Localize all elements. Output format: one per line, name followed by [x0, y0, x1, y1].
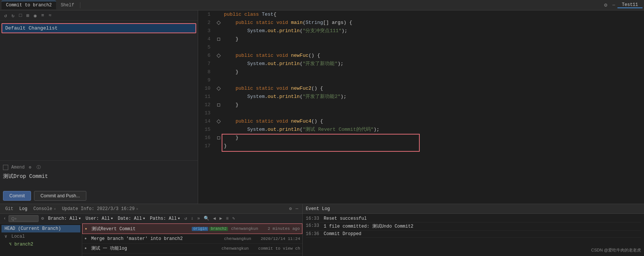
commit-message-area: Amend ⚙ ⓘ 测试Drop Commit Commit Commit an… — [0, 160, 198, 204]
log-search-input[interactable] — [9, 215, 38, 222]
tab-git[interactable]: Git — [3, 206, 16, 212]
tab-log[interactable]: Log — [17, 206, 30, 212]
code-editor: 1 2 3 4 5 6 7 8 9 10 11 12 13 14 15 16 1… — [198, 10, 644, 204]
commit-button[interactable]: Commit — [3, 191, 31, 201]
code-line-4: } — [224, 35, 644, 43]
tab-active-file[interactable]: Test11 — [617, 2, 643, 8]
user-filter[interactable]: User: All ▾ — [84, 215, 115, 222]
code-line-6: public static void newFuc() { — [224, 52, 644, 60]
gutter-6 — [215, 52, 222, 60]
commit-dot-2: ● — [84, 246, 88, 250]
line-num-1: 1 — [198, 10, 210, 19]
update-info-close-icon[interactable]: ✕ — [136, 207, 138, 211]
commit-and-push-button[interactable]: Commit and Push... — [34, 191, 86, 201]
left-toolbar: ↺ ↻ □ ⊞ ◉ ≡ ≈ — [0, 10, 198, 21]
redo-icon[interactable]: ↻ — [10, 12, 16, 19]
code-line-3: System.out.println("分支冲突点111"); — [224, 27, 644, 35]
tab-update-info[interactable]: Update Info: 2022/3/3 16:29 ✕ — [60, 206, 141, 212]
commit-dot-1: ● — [84, 237, 88, 241]
date-filter[interactable]: Date: All ▾ — [116, 215, 147, 222]
list-icon[interactable]: ≡ — [40, 12, 45, 19]
tree-expand-local[interactable]: ∨ — [4, 234, 7, 239]
filter-icon[interactable]: ≈ — [47, 12, 53, 19]
gutter-1 — [215, 10, 222, 19]
line-num-7: 7 — [198, 60, 210, 68]
diamond-mark-14 — [216, 119, 221, 123]
tree-item-branch2[interactable]: ⌥ branch2 — [1, 240, 80, 248]
default-changelist-item[interactable]: Default Changelist — [1, 23, 196, 33]
refresh-icon[interactable]: ↺ — [3, 12, 8, 19]
tab-commit-branch2[interactable]: Commit to branch2 — [1, 1, 56, 9]
tab-separator — [80, 2, 80, 8]
console-close-icon[interactable]: ✕ — [54, 207, 56, 211]
event-log-header: Event Log — [303, 204, 644, 214]
git-commits-list: ● 测试Revert Commit origin branch2 chenwan… — [82, 223, 302, 256]
settings-icon[interactable]: ⚙ — [601, 2, 610, 8]
active-file-name: Test11 — [622, 2, 638, 7]
line-num-5: 5 — [198, 43, 210, 52]
arrow-left-icon[interactable]: ‹ — [2, 216, 7, 221]
line-num-17: 17 — [198, 142, 210, 150]
event-text-1: 1 file committed: 测试Undo Commit2 — [324, 223, 413, 229]
commit-row-0[interactable]: ● 测试Revert Commit origin branch2 chenwan… — [82, 223, 302, 234]
line-numbers: 1 2 3 4 5 6 7 8 9 10 11 12 13 14 15 16 1… — [198, 10, 215, 204]
more-icon[interactable]: » — [196, 216, 201, 221]
branch-filter[interactable]: Branch: All ▾ — [46, 215, 82, 222]
fetch-icon[interactable]: ⇩ — [189, 216, 194, 221]
code-line-11: System.out.println("开发了新功能2"); — [224, 93, 644, 101]
nav-next-icon[interactable]: ▶ — [218, 216, 223, 221]
date-filter-arrow: ▾ — [143, 216, 145, 221]
diamond-mark-10 — [216, 86, 221, 90]
code-line-9 — [224, 76, 644, 84]
paths-filter-arrow: ▾ — [178, 216, 180, 221]
commit-buttons: Commit Commit and Push... — [3, 191, 195, 201]
event-text-2: Commit Dropped — [324, 231, 361, 237]
bottom-tabs: Git Log Console ✕ Update Info: 2022/3/3 … — [0, 204, 302, 214]
branch-filter-label: Branch: All — [48, 216, 77, 221]
square-icon[interactable]: □ — [18, 12, 23, 19]
code-line-5 — [224, 43, 644, 52]
refresh-log-icon[interactable]: ↺ — [183, 216, 188, 221]
amend-checkbox[interactable] — [3, 165, 8, 170]
code-line-13 — [224, 109, 644, 117]
dash-icon[interactable]: — — [610, 3, 617, 8]
gutter-7 — [215, 60, 222, 68]
grid-icon[interactable]: ⊞ — [25, 12, 30, 19]
eye-icon[interactable]: ◉ — [33, 12, 38, 19]
nav-prev-icon[interactable]: ◀ — [212, 216, 217, 221]
log-settings-icon[interactable]: ⚙ — [288, 206, 293, 212]
code-line-10: public static void newFuc2() { — [224, 84, 644, 93]
amend-settings-icon[interactable]: ⚙ — [28, 164, 33, 170]
square-mark-4 — [217, 38, 220, 41]
tree-item-local[interactable]: ∨ Local — [1, 232, 80, 240]
bottom-panel: Git Log Console ✕ Update Info: 2022/3/3 … — [0, 204, 644, 256]
lines-icon[interactable]: ≡ — [225, 216, 229, 221]
event-item-0: 16:33 Reset successful — [306, 215, 641, 222]
amend-help-icon[interactable]: ⓘ — [36, 164, 42, 171]
commit-msg-2: 测试 一 功能log — [91, 245, 216, 252]
code-line-17: } — [224, 142, 644, 150]
commit-author-2: chenwangkun — [222, 246, 255, 251]
tab-console[interactable]: Console ✕ — [31, 206, 58, 212]
commit-row-1[interactable]: ● Merge branch 'master' into branch2 che… — [82, 234, 302, 244]
gutter-5 — [215, 43, 222, 52]
line-num-14: 14 — [198, 117, 210, 126]
edit-icon[interactable]: ✎ — [231, 216, 236, 221]
line-num-2: 2 — [198, 19, 210, 27]
commit-row-2[interactable]: ● 测试 一 功能log chenwangkun commit to view … — [82, 244, 302, 253]
line-num-10: 10 — [198, 84, 210, 93]
tree-item-head[interactable]: HEAD (Current Branch) — [1, 225, 80, 232]
code-line-8: } — [224, 68, 644, 76]
commit-message-text[interactable]: 测试Drop Commit — [3, 173, 195, 188]
event-time-1: 16:33 — [306, 223, 321, 228]
branch-settings-icon[interactable]: ⚙ — [40, 216, 45, 221]
commit-author-1: chenwangkun — [224, 237, 258, 241]
log-minimize-icon[interactable]: — — [295, 206, 299, 212]
tab-shelf[interactable]: Shelf — [56, 1, 78, 9]
search-log-icon[interactable]: 🔍 — [203, 216, 210, 221]
top-tab-bar: Commit to branch2 Shelf ⚙ — Test11 — [0, 0, 644, 10]
code-line-12: } — [224, 101, 644, 109]
left-panel: ↺ ↻ □ ⊞ ◉ ≡ ≈ Default Changelist Amend ⚙… — [0, 10, 198, 204]
paths-filter[interactable]: Paths: All ▾ — [148, 215, 182, 222]
changelist-area: Default Changelist — [0, 21, 198, 160]
